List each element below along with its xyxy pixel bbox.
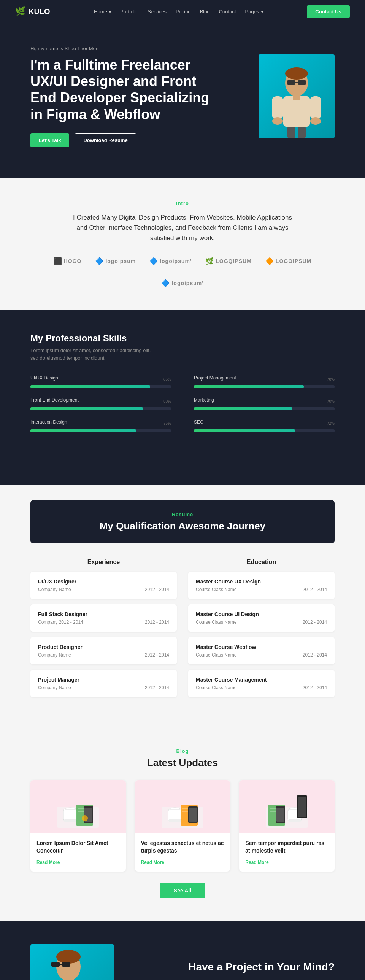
nav-pages[interactable]: Pages ▾: [245, 9, 263, 14]
svg-rect-2: [298, 80, 306, 85]
cta-content: Have a Project in Your Mind? Lorem ipsum…: [188, 961, 335, 980]
education-card: Master Course Webflow Course Class Name …: [188, 637, 335, 664]
resume-header-box: Resume My Qualification Awesome Journey: [30, 500, 335, 543]
svg-point-10: [310, 117, 321, 125]
hero-section: Hi, my name is Shoo Thor Men I'm a Fullt…: [0, 23, 365, 178]
svg-point-47: [56, 950, 81, 964]
resume-card-title: Master Course Webflow: [196, 644, 327, 650]
skill-pct: 80%: [163, 399, 171, 403]
skill-pct: 85%: [163, 377, 171, 381]
hero-resume-button[interactable]: Download Resume: [75, 133, 136, 147]
resume-card-sub: Company Name 2012 - 2014: [38, 685, 169, 690]
blog-card: Sem tempor imperdiet puru ras at molesti…: [239, 780, 335, 871]
blog-section: Blog Latest Updates: [0, 725, 365, 921]
blog-card: Lorem Ipsum Dolor Sit Amet Concectur Rea…: [30, 780, 126, 871]
blog-read-more-link[interactable]: Read More: [141, 860, 164, 865]
blog-card-body: Vel egestas senectus et netus ac turpis …: [135, 833, 230, 871]
skill-bar-bg: [194, 429, 335, 432]
skill-label: UI/UX Design: [30, 375, 58, 381]
blog-label: Blog: [30, 748, 335, 754]
resume-card-date: 2012 - 2014: [303, 620, 327, 625]
experience-title: Experience: [30, 559, 177, 566]
skill-pct: 72%: [327, 421, 335, 425]
resume-card-company: Company Name: [38, 652, 71, 658]
resume-card-date: 2012 - 2014: [303, 587, 327, 592]
skill-bar-bg: [30, 407, 171, 410]
skill-bar-bg: [30, 429, 171, 432]
nav-services[interactable]: Services: [148, 9, 167, 14]
resume-card-title: Master Course UX Design: [196, 578, 327, 585]
resume-card-company: Course Class Name: [196, 652, 236, 658]
skill-label: Project Management: [194, 375, 236, 381]
svg-point-27: [168, 819, 182, 822]
resume-section: Resume My Qualification Awesome Journey …: [0, 455, 365, 725]
resume-card-sub: Course Class Name 2012 - 2014: [196, 685, 327, 690]
blog-card-heading: Lorem Ipsum Dolor Sit Amet Concectur: [36, 840, 120, 854]
intro-section: Intro I Created Many Digital Design Prod…: [0, 178, 365, 311]
blog-card-image: [135, 780, 230, 833]
resume-card-date: 2012 - 2014: [303, 685, 327, 690]
hero-talk-button[interactable]: Let's Talk: [30, 133, 69, 147]
blog-grid: Lorem Ipsum Dolor Sit Amet Concectur Rea…: [30, 780, 335, 871]
hero-greeting: Hi, my name is Shoo Thor Men: [30, 46, 213, 51]
intro-text: I Created Many Digital Design Products, …: [68, 212, 297, 244]
intro-label: Intro: [30, 201, 335, 206]
svg-rect-12: [298, 127, 306, 138]
svg-rect-1: [287, 80, 295, 85]
cta-title: Have a Project in Your Mind?: [188, 961, 335, 973]
svg-rect-5: [283, 96, 310, 127]
education-card: Master Course Management Course Class Na…: [188, 670, 335, 697]
nav-contact[interactable]: Contact: [219, 9, 236, 14]
hero-image-placeholder: [259, 54, 335, 138]
cta-section: Have a Project in Your Mind? Lorem ipsum…: [0, 921, 365, 980]
skill-item: Front End Development 80%: [30, 397, 171, 410]
logo-hogo: ⬛HOGO: [54, 257, 82, 265]
resume-card-company: Course Class Name: [196, 620, 236, 625]
blog-title: Latest Updates: [30, 757, 335, 769]
nav-pricing[interactable]: Pricing: [176, 9, 191, 14]
resume-card-title: Project Manager: [38, 677, 169, 683]
svg-point-4: [285, 67, 308, 80]
nav-home[interactable]: Home ▾: [94, 9, 111, 14]
skill-bar-fill: [194, 407, 292, 410]
skill-label: Marketing: [194, 397, 214, 403]
logo-2: 🔷logoipsum': [149, 257, 192, 265]
svg-point-23: [82, 815, 88, 821]
skill-pct: 78%: [327, 377, 335, 381]
blog-read-more-link[interactable]: Read More: [245, 860, 268, 865]
resume-card-sub: Course Class Name 2012 - 2014: [196, 620, 327, 625]
logo-4: 🔶LOGOIPSUM: [265, 257, 312, 265]
see-all-button[interactable]: See All: [160, 883, 205, 898]
experience-card: Product Designer Company Name 2012 - 201…: [30, 637, 177, 664]
cta-image-placeholder: [30, 944, 114, 980]
nav-cta-button[interactable]: Contact Us: [307, 5, 350, 18]
experience-card: Full Stack Designer Company 2012 - 2014 …: [30, 604, 177, 632]
svg-rect-48: [51, 962, 60, 967]
resume-card-company: Company Name: [38, 685, 71, 690]
resume-card-title: UI/UX Designer: [38, 578, 169, 585]
logos-row: ⬛HOGO 🔷logoipsum 🔷logoipsum' 🌿LOGQIPSUM …: [30, 257, 335, 287]
skill-bar-bg: [194, 407, 335, 410]
nav-blog[interactable]: Blog: [200, 9, 210, 14]
resume-card-date: 2012 - 2014: [145, 620, 169, 625]
blog-card: Vel egestas senectus et netus ac turpis …: [135, 780, 230, 871]
skill-bar-fill: [194, 385, 304, 388]
svg-rect-49: [62, 962, 70, 967]
resume-label: Resume: [46, 512, 319, 517]
skills-section: My Professional Skills Lorem ipsum dolor…: [0, 310, 365, 455]
resume-card-company: Company Name: [38, 587, 71, 592]
resume-card-sub: Company Name 2012 - 2014: [38, 587, 169, 592]
svg-point-37: [288, 819, 302, 822]
resume-experience-col: Experience UI/UX Designer Company Name 2…: [30, 559, 177, 703]
svg-rect-43: [276, 808, 284, 822]
skill-item: SEO 72%: [194, 419, 335, 432]
hero-title: I'm a Fulltime Freelancer UX/UI Designer…: [30, 57, 213, 123]
skill-bar-bg: [30, 385, 171, 388]
nav-portfolio[interactable]: Portfolio: [120, 9, 138, 14]
hero-image: [259, 54, 335, 138]
resume-card-sub: Company 2012 - 2014 2012 - 2014: [38, 620, 169, 625]
svg-rect-11: [287, 127, 295, 138]
nav-links: Home ▾ Portfolio Services Pricing Blog C…: [94, 8, 263, 15]
blog-read-more-link[interactable]: Read More: [36, 860, 60, 865]
blog-card-heading: Vel egestas senectus et netus ac turpis …: [141, 840, 224, 854]
